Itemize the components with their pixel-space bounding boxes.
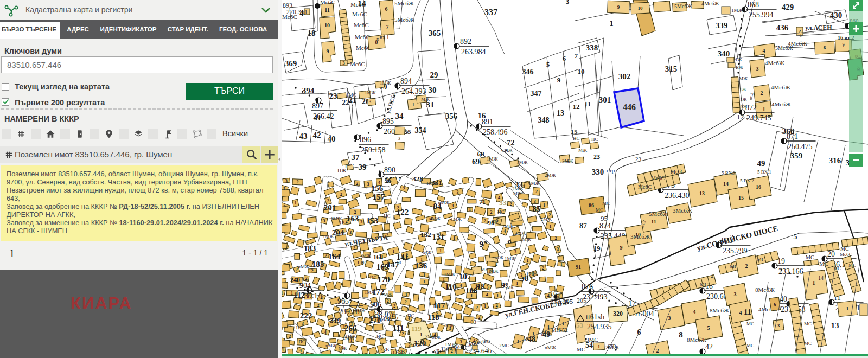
svg-text:2: 2: [311, 268, 314, 273]
svg-text:13: 13: [557, 109, 564, 117]
svg-text:895: 895: [382, 117, 394, 125]
svg-text:365: 365: [429, 29, 441, 37]
svg-text:14: 14: [818, 275, 824, 281]
svg-text:170: 170: [378, 275, 390, 284]
svg-text:2: 2: [478, 315, 481, 320]
svg-text:249.745: 249.745: [746, 114, 771, 122]
svg-text:2: 2: [356, 181, 358, 186]
svg-text:5 ВХ.2: 5 ВХ.2: [740, 178, 754, 183]
svg-text:118: 118: [427, 313, 439, 322]
svg-text:2: 2: [393, 304, 395, 309]
svg-text:429: 429: [782, 3, 794, 11]
svg-text:пМЖ: пМЖ: [298, 264, 310, 270]
svg-text:340: 340: [718, 49, 730, 58]
svg-text:2: 2: [387, 299, 389, 304]
svg-text:1: 1: [439, 248, 442, 253]
svg-text:117: 117: [433, 301, 445, 310]
svg-text:5 ВХ.1: 5 ВХ.1: [757, 169, 771, 175]
svg-text:4: 4: [498, 195, 500, 200]
svg-text:4: 4: [739, 310, 742, 316]
svg-text:79: 79: [425, 333, 431, 340]
svg-text:23: 23: [329, 92, 337, 100]
svg-text:892: 892: [460, 37, 471, 46]
svg-text:168: 168: [373, 253, 383, 261]
svg-text:МС: МС: [507, 285, 514, 290]
svg-text:пМЖ: пМЖ: [429, 216, 441, 221]
svg-text:1: 1: [598, 344, 601, 349]
svg-text:13: 13: [831, 321, 839, 330]
svg-text:3: 3: [349, 230, 352, 235]
svg-text:МС: МС: [757, 257, 765, 263]
svg-text:СНЖ: СНЖ: [501, 148, 513, 153]
svg-text:68: 68: [477, 150, 485, 158]
svg-text:164: 164: [328, 252, 341, 261]
svg-text:236.430: 236.430: [665, 191, 690, 200]
svg-text:2: 2: [325, 253, 327, 258]
svg-text:1: 1: [357, 260, 359, 265]
svg-text:3МсбЖ: 3МсбЖ: [673, 207, 692, 214]
svg-text:ПС: ПС: [303, 239, 310, 244]
svg-text:239.1: 239.1: [301, 292, 318, 300]
svg-text:906: 906: [370, 301, 381, 309]
svg-text:49: 49: [757, 159, 765, 168]
svg-text:42: 42: [313, 131, 321, 139]
svg-text:10: 10: [638, 5, 643, 11]
svg-text:1Ж: 1Ж: [739, 87, 747, 92]
svg-text:9: 9: [617, 4, 620, 10]
svg-text:НС: НС: [361, 260, 368, 265]
svg-text:356: 356: [445, 112, 458, 120]
svg-text:1: 1: [484, 304, 486, 309]
svg-text:1МЖ: 1МЖ: [516, 159, 528, 165]
svg-text:119: 119: [411, 324, 422, 333]
svg-text:8МсбЖ: 8МсбЖ: [687, 336, 706, 343]
svg-text:3: 3: [369, 99, 371, 104]
svg-text:205: 205: [577, 297, 586, 304]
svg-text:872: 872: [745, 104, 757, 112]
svg-text:319: 319: [330, 316, 341, 324]
svg-text:5: 5: [546, 60, 550, 68]
svg-text:1МЖ: 1МЖ: [526, 271, 538, 277]
svg-text:316: 316: [829, 156, 841, 165]
svg-text:2МЖ: 2МЖ: [605, 344, 619, 350]
svg-text:43: 43: [299, 132, 308, 140]
svg-text:894: 894: [400, 77, 412, 85]
svg-text:39: 39: [359, 163, 367, 171]
svg-text:НС: НС: [573, 136, 580, 141]
svg-text:1: 1: [423, 273, 425, 278]
svg-text:239.18: 239.18: [339, 308, 360, 316]
svg-text:90: 90: [488, 219, 494, 227]
svg-text:2: 2: [711, 272, 714, 279]
svg-text:86: 86: [589, 202, 594, 208]
svg-text:4: 4: [460, 283, 462, 288]
svg-text:4МсбЖ: 4МсбЖ: [765, 60, 784, 66]
svg-text:1: 1: [420, 332, 423, 337]
svg-text:1: 1: [443, 277, 445, 282]
svg-text:НС: НС: [384, 213, 391, 219]
svg-text:3МсбЖ: 3МсбЖ: [630, 233, 650, 240]
svg-text:МсбС: МсбС: [350, 61, 365, 67]
svg-text:874: 874: [599, 222, 611, 230]
svg-text:НС: НС: [497, 209, 505, 215]
svg-text:3: 3: [451, 203, 454, 208]
svg-text:4: 4: [486, 292, 488, 297]
svg-text:3: 3: [777, 323, 780, 328]
svg-text:3: 3: [487, 285, 489, 290]
svg-text:МЖ: МЖ: [338, 346, 347, 351]
svg-text:стр.: стр.: [607, 167, 616, 174]
svg-text:1: 1: [516, 281, 518, 286]
svg-text:255.994: 255.994: [749, 11, 774, 19]
svg-text:МсбС: МсбС: [354, 22, 369, 28]
svg-text:5МсбЖ: 5МсбЖ: [394, 16, 414, 23]
svg-text:1Ж: 1Ж: [740, 97, 748, 102]
svg-text:120: 120: [414, 339, 426, 348]
svg-text:МС: МС: [700, 282, 709, 287]
svg-text:НС: НС: [376, 334, 384, 339]
svg-text:222: 222: [300, 311, 312, 320]
svg-text:2: 2: [761, 90, 763, 96]
svg-text:394: 394: [302, 86, 315, 95]
svg-text:12: 12: [737, 113, 744, 121]
svg-text:13: 13: [699, 190, 705, 196]
svg-text:18: 18: [308, 29, 316, 37]
svg-text:1: 1: [560, 262, 563, 267]
svg-text:302: 302: [618, 72, 631, 81]
